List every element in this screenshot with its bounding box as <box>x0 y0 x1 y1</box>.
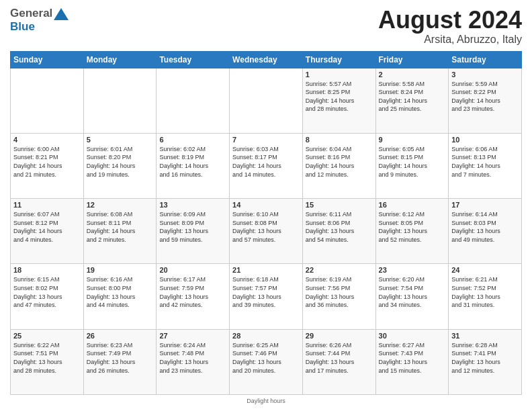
calendar-cell-4-6: 23Sunrise: 6:20 AM Sunset: 7:54 PM Dayli… <box>375 264 449 329</box>
calendar-cell-5-7: 31Sunrise: 6:28 AM Sunset: 7:41 PM Dayli… <box>449 329 522 394</box>
day-info: Sunrise: 6:12 AM Sunset: 8:05 PM Dayligh… <box>379 210 446 244</box>
day-number: 30 <box>379 332 446 340</box>
day-info: Sunrise: 5:59 AM Sunset: 8:22 PM Dayligh… <box>451 80 519 113</box>
calendar-week-3: 11Sunrise: 6:07 AM Sunset: 8:12 PM Dayli… <box>11 199 522 264</box>
main-title: August 2024 <box>378 7 522 34</box>
day-info: Sunrise: 6:14 AM Sunset: 8:03 PM Dayligh… <box>451 210 519 244</box>
calendar-cell-4-1: 18Sunrise: 6:15 AM Sunset: 8:02 PM Dayli… <box>11 264 84 329</box>
calendar-week-2: 4Sunrise: 6:00 AM Sunset: 8:21 PM Daylig… <box>11 133 522 198</box>
calendar-cell-5-3: 27Sunrise: 6:24 AM Sunset: 7:48 PM Dayli… <box>157 329 230 394</box>
day-number: 23 <box>379 266 446 274</box>
day-info: Sunrise: 6:06 AM Sunset: 8:13 PM Dayligh… <box>451 145 519 179</box>
day-number: 14 <box>232 201 300 209</box>
calendar-header-thursday: Thursday <box>302 51 375 68</box>
logo-icon <box>54 8 69 20</box>
day-number: 6 <box>159 136 226 144</box>
title-section: August 2024 Arsita, Abruzzo, Italy <box>378 7 522 46</box>
calendar-cell-2-1: 4Sunrise: 6:00 AM Sunset: 8:21 PM Daylig… <box>11 133 84 198</box>
calendar-cell-3-3: 13Sunrise: 6:09 AM Sunset: 8:09 PM Dayli… <box>157 199 230 264</box>
day-info: Sunrise: 6:05 AM Sunset: 8:15 PM Dayligh… <box>379 145 446 179</box>
day-info: Sunrise: 6:11 AM Sunset: 8:06 PM Dayligh… <box>306 210 373 244</box>
day-info: Sunrise: 6:19 AM Sunset: 7:56 PM Dayligh… <box>306 275 373 309</box>
day-number: 20 <box>159 266 226 274</box>
day-info: Sunrise: 6:04 AM Sunset: 8:16 PM Dayligh… <box>306 145 373 179</box>
calendar-cell-3-2: 12Sunrise: 6:08 AM Sunset: 8:11 PM Dayli… <box>83 199 157 264</box>
day-number: 9 <box>379 136 446 144</box>
day-number: 2 <box>379 71 446 79</box>
day-number: 11 <box>13 201 81 209</box>
day-info: Sunrise: 6:23 AM Sunset: 7:49 PM Dayligh… <box>87 341 154 375</box>
calendar-cell-2-7: 10Sunrise: 6:06 AM Sunset: 8:13 PM Dayli… <box>449 133 522 198</box>
day-info: Sunrise: 6:09 AM Sunset: 8:09 PM Dayligh… <box>159 210 226 244</box>
day-number: 12 <box>87 201 154 209</box>
day-info: Sunrise: 6:10 AM Sunset: 8:08 PM Dayligh… <box>232 210 300 244</box>
day-number: 1 <box>306 71 373 79</box>
header: General Blue August 2024 Arsita, Abruzzo… <box>10 7 522 46</box>
calendar-cell-5-1: 25Sunrise: 6:22 AM Sunset: 7:51 PM Dayli… <box>11 329 84 394</box>
calendar-cell-1-1 <box>11 68 84 133</box>
day-info: Sunrise: 6:16 AM Sunset: 8:00 PM Dayligh… <box>87 275 154 309</box>
day-number: 22 <box>306 266 373 274</box>
calendar-cell-2-3: 6Sunrise: 6:02 AM Sunset: 8:19 PM Daylig… <box>157 133 230 198</box>
calendar-cell-3-1: 11Sunrise: 6:07 AM Sunset: 8:12 PM Dayli… <box>11 199 84 264</box>
day-number: 4 <box>13 136 81 144</box>
calendar-week-1: 1Sunrise: 5:57 AM Sunset: 8:25 PM Daylig… <box>11 68 522 133</box>
calendar-header-sunday: Sunday <box>11 51 84 68</box>
calendar-cell-4-7: 24Sunrise: 6:21 AM Sunset: 7:52 PM Dayli… <box>449 264 522 329</box>
calendar-cell-3-6: 16Sunrise: 6:12 AM Sunset: 8:05 PM Dayli… <box>375 199 449 264</box>
calendar-cell-1-7: 3Sunrise: 5:59 AM Sunset: 8:22 PM Daylig… <box>449 68 522 133</box>
calendar-cell-4-3: 20Sunrise: 6:17 AM Sunset: 7:59 PM Dayli… <box>157 264 230 329</box>
calendar-cell-2-6: 9Sunrise: 6:05 AM Sunset: 8:15 PM Daylig… <box>375 133 449 198</box>
day-info: Sunrise: 5:58 AM Sunset: 8:24 PM Dayligh… <box>379 80 446 113</box>
day-info: Sunrise: 6:15 AM Sunset: 8:02 PM Dayligh… <box>13 275 81 309</box>
calendar-cell-1-4 <box>230 68 303 133</box>
calendar-week-4: 18Sunrise: 6:15 AM Sunset: 8:02 PM Dayli… <box>11 264 522 329</box>
calendar-cell-4-2: 19Sunrise: 6:16 AM Sunset: 8:00 PM Dayli… <box>83 264 157 329</box>
calendar-week-5: 25Sunrise: 6:22 AM Sunset: 7:51 PM Dayli… <box>11 329 522 394</box>
calendar-cell-1-3 <box>157 68 230 133</box>
calendar-cell-1-6: 2Sunrise: 5:58 AM Sunset: 8:24 PM Daylig… <box>375 68 449 133</box>
svg-marker-0 <box>54 8 69 20</box>
day-number: 15 <box>306 201 373 209</box>
calendar-cell-5-5: 29Sunrise: 6:26 AM Sunset: 7:44 PM Dayli… <box>302 329 375 394</box>
calendar-header-tuesday: Tuesday <box>157 51 230 68</box>
logo: General Blue <box>10 7 69 34</box>
day-number: 8 <box>306 136 373 144</box>
day-info: Sunrise: 5:57 AM Sunset: 8:25 PM Dayligh… <box>306 80 373 113</box>
day-info: Sunrise: 6:24 AM Sunset: 7:48 PM Dayligh… <box>159 341 226 375</box>
calendar-header-monday: Monday <box>83 51 157 68</box>
day-number: 13 <box>159 201 226 209</box>
day-number: 26 <box>87 332 154 340</box>
day-number: 28 <box>232 332 300 340</box>
calendar-cell-4-5: 22Sunrise: 6:19 AM Sunset: 7:56 PM Dayli… <box>302 264 375 329</box>
calendar-cell-5-4: 28Sunrise: 6:25 AM Sunset: 7:46 PM Dayli… <box>230 329 303 394</box>
day-number: 19 <box>87 266 154 274</box>
calendar-cell-1-5: 1Sunrise: 5:57 AM Sunset: 8:25 PM Daylig… <box>302 68 375 133</box>
day-info: Sunrise: 6:03 AM Sunset: 8:17 PM Dayligh… <box>232 145 300 179</box>
calendar-table: SundayMondayTuesdayWednesdayThursdayFrid… <box>10 51 522 395</box>
day-info: Sunrise: 6:07 AM Sunset: 8:12 PM Dayligh… <box>13 210 81 244</box>
calendar-cell-2-2: 5Sunrise: 6:01 AM Sunset: 8:20 PM Daylig… <box>83 133 157 198</box>
day-info: Sunrise: 6:00 AM Sunset: 8:21 PM Dayligh… <box>13 145 81 179</box>
day-number: 17 <box>451 201 519 209</box>
day-info: Sunrise: 6:17 AM Sunset: 7:59 PM Dayligh… <box>159 275 226 309</box>
day-info: Sunrise: 6:21 AM Sunset: 7:52 PM Dayligh… <box>451 275 519 309</box>
day-number: 29 <box>306 332 373 340</box>
calendar-cell-3-5: 15Sunrise: 6:11 AM Sunset: 8:06 PM Dayli… <box>302 199 375 264</box>
day-number: 5 <box>87 136 154 144</box>
day-info: Sunrise: 6:25 AM Sunset: 7:46 PM Dayligh… <box>232 341 300 375</box>
calendar-cell-3-7: 17Sunrise: 6:14 AM Sunset: 8:03 PM Dayli… <box>449 199 522 264</box>
calendar-cell-3-4: 14Sunrise: 6:10 AM Sunset: 8:08 PM Dayli… <box>230 199 303 264</box>
day-number: 27 <box>159 332 226 340</box>
calendar-header-wednesday: Wednesday <box>230 51 303 68</box>
calendar-header-row: SundayMondayTuesdayWednesdayThursdayFrid… <box>11 51 522 68</box>
calendar-header-saturday: Saturday <box>449 51 522 68</box>
logo-general-text: General <box>10 7 52 20</box>
calendar-cell-2-4: 7Sunrise: 6:03 AM Sunset: 8:17 PM Daylig… <box>230 133 303 198</box>
day-info: Sunrise: 6:18 AM Sunset: 7:57 PM Dayligh… <box>232 275 300 309</box>
page: General Blue August 2024 Arsita, Abruzzo… <box>0 0 532 411</box>
calendar-cell-1-2 <box>83 68 157 133</box>
day-info: Sunrise: 6:26 AM Sunset: 7:44 PM Dayligh… <box>306 341 373 375</box>
day-info: Sunrise: 6:22 AM Sunset: 7:51 PM Dayligh… <box>13 341 81 375</box>
day-number: 16 <box>379 201 446 209</box>
